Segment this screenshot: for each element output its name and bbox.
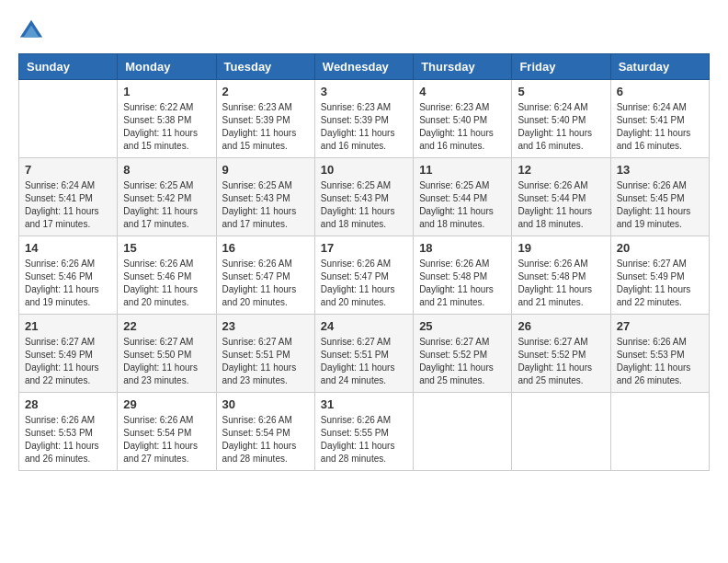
day-number: 3: [321, 85, 407, 98]
day-number: 29: [123, 397, 210, 411]
week-row-0: 1Sunrise: 6:22 AMSunset: 5:38 PMDaylight…: [19, 80, 710, 158]
day-info: Sunrise: 6:25 AMSunset: 5:43 PMDaylight:…: [222, 179, 309, 231]
weekday-header-row: SundayMondayTuesdayWednesdayThursdayFrid…: [19, 54, 710, 80]
calendar-cell: 16Sunrise: 6:26 AMSunset: 5:47 PMDayligh…: [216, 236, 314, 315]
day-number: 19: [518, 241, 604, 255]
day-info: Sunrise: 6:27 AMSunset: 5:51 PMDaylight:…: [222, 336, 309, 387]
day-info: Sunrise: 6:27 AMSunset: 5:52 PMDaylight:…: [518, 336, 604, 387]
calendar-cell: 24Sunrise: 6:27 AMSunset: 5:51 PMDayligh…: [314, 315, 413, 393]
weekday-header-saturday: Saturday: [610, 54, 709, 80]
calendar-cell: 4Sunrise: 6:23 AMSunset: 5:40 PMDaylight…: [414, 80, 512, 158]
day-info: Sunrise: 6:23 AMSunset: 5:39 PMDaylight:…: [222, 101, 309, 153]
page-header: [18, 18, 710, 44]
day-number: 2: [222, 85, 309, 98]
day-number: 15: [123, 241, 210, 255]
day-info: Sunrise: 6:26 AMSunset: 5:46 PMDaylight:…: [123, 258, 210, 309]
calendar-cell: 6Sunrise: 6:24 AMSunset: 5:41 PMDaylight…: [610, 80, 709, 158]
day-info: Sunrise: 6:27 AMSunset: 5:50 PMDaylight:…: [123, 336, 210, 387]
day-info: Sunrise: 6:26 AMSunset: 5:48 PMDaylight:…: [419, 258, 506, 309]
day-number: 25: [419, 319, 506, 333]
calendar-cell: 10Sunrise: 6:25 AMSunset: 5:43 PMDayligh…: [314, 158, 413, 236]
calendar-cell: 3Sunrise: 6:23 AMSunset: 5:39 PMDaylight…: [314, 80, 413, 158]
calendar-cell: 18Sunrise: 6:26 AMSunset: 5:48 PMDayligh…: [414, 236, 512, 315]
calendar-cell: 27Sunrise: 6:26 AMSunset: 5:53 PMDayligh…: [610, 315, 709, 393]
weekday-header-wednesday: Wednesday: [314, 54, 413, 80]
day-info: Sunrise: 6:27 AMSunset: 5:49 PMDaylight:…: [25, 336, 111, 387]
calendar-cell: 14Sunrise: 6:26 AMSunset: 5:46 PMDayligh…: [19, 236, 118, 315]
day-info: Sunrise: 6:26 AMSunset: 5:54 PMDaylight:…: [222, 414, 309, 465]
calendar-cell: 8Sunrise: 6:25 AMSunset: 5:42 PMDaylight…: [118, 158, 216, 236]
logo: [18, 18, 48, 44]
day-number: 10: [321, 163, 407, 177]
day-info: Sunrise: 6:26 AMSunset: 5:47 PMDaylight:…: [222, 258, 309, 309]
calendar-cell: [414, 393, 512, 471]
day-info: Sunrise: 6:26 AMSunset: 5:55 PMDaylight:…: [321, 414, 407, 465]
calendar-cell: 23Sunrise: 6:27 AMSunset: 5:51 PMDayligh…: [216, 315, 314, 393]
calendar-cell: 21Sunrise: 6:27 AMSunset: 5:49 PMDayligh…: [19, 315, 118, 393]
logo-icon: [18, 18, 44, 44]
weekday-header-monday: Monday: [118, 54, 216, 80]
day-info: Sunrise: 6:26 AMSunset: 5:53 PMDaylight:…: [617, 336, 703, 387]
day-info: Sunrise: 6:26 AMSunset: 5:53 PMDaylight:…: [25, 414, 111, 465]
calendar-cell: [512, 393, 610, 471]
calendar-cell: 17Sunrise: 6:26 AMSunset: 5:47 PMDayligh…: [314, 236, 413, 315]
weekday-header-tuesday: Tuesday: [216, 54, 314, 80]
week-row-1: 7Sunrise: 6:24 AMSunset: 5:41 PMDaylight…: [19, 158, 710, 236]
day-number: 7: [25, 163, 111, 177]
calendar-cell: 28Sunrise: 6:26 AMSunset: 5:53 PMDayligh…: [19, 393, 118, 471]
day-number: 21: [25, 319, 111, 333]
day-info: Sunrise: 6:24 AMSunset: 5:41 PMDaylight:…: [617, 101, 703, 153]
calendar-cell: 20Sunrise: 6:27 AMSunset: 5:49 PMDayligh…: [610, 236, 709, 315]
day-number: 4: [419, 85, 506, 98]
day-info: Sunrise: 6:27 AMSunset: 5:52 PMDaylight:…: [419, 336, 506, 387]
day-info: Sunrise: 6:26 AMSunset: 5:54 PMDaylight:…: [123, 414, 210, 465]
calendar-cell: 9Sunrise: 6:25 AMSunset: 5:43 PMDaylight…: [216, 158, 314, 236]
day-number: 13: [617, 163, 703, 177]
calendar-cell: 13Sunrise: 6:26 AMSunset: 5:45 PMDayligh…: [610, 158, 709, 236]
calendar-cell: 15Sunrise: 6:26 AMSunset: 5:46 PMDayligh…: [118, 236, 216, 315]
day-number: 26: [518, 319, 604, 333]
day-number: 23: [222, 319, 309, 333]
day-number: 30: [222, 397, 309, 411]
weekday-header-friday: Friday: [512, 54, 610, 80]
calendar-cell: 25Sunrise: 6:27 AMSunset: 5:52 PMDayligh…: [414, 315, 512, 393]
day-number: 8: [123, 163, 210, 177]
day-info: Sunrise: 6:27 AMSunset: 5:49 PMDaylight:…: [617, 258, 703, 309]
day-number: 11: [419, 163, 506, 177]
calendar-table: SundayMondayTuesdayWednesdayThursdayFrid…: [18, 53, 710, 471]
day-info: Sunrise: 6:24 AMSunset: 5:40 PMDaylight:…: [518, 101, 604, 153]
calendar-cell: 19Sunrise: 6:26 AMSunset: 5:48 PMDayligh…: [512, 236, 610, 315]
day-info: Sunrise: 6:25 AMSunset: 5:44 PMDaylight:…: [419, 179, 506, 231]
day-number: 6: [617, 85, 703, 98]
day-info: Sunrise: 6:25 AMSunset: 5:43 PMDaylight:…: [321, 179, 407, 231]
day-info: Sunrise: 6:23 AMSunset: 5:39 PMDaylight:…: [321, 101, 407, 153]
calendar-cell: 11Sunrise: 6:25 AMSunset: 5:44 PMDayligh…: [414, 158, 512, 236]
calendar-cell: 7Sunrise: 6:24 AMSunset: 5:41 PMDaylight…: [19, 158, 118, 236]
day-number: 17: [321, 241, 407, 255]
day-number: 16: [222, 241, 309, 255]
day-info: Sunrise: 6:24 AMSunset: 5:41 PMDaylight:…: [25, 179, 111, 231]
calendar-cell: 12Sunrise: 6:26 AMSunset: 5:44 PMDayligh…: [512, 158, 610, 236]
day-info: Sunrise: 6:26 AMSunset: 5:48 PMDaylight:…: [518, 258, 604, 309]
day-number: 12: [518, 163, 604, 177]
day-info: Sunrise: 6:26 AMSunset: 5:46 PMDaylight:…: [25, 258, 111, 309]
calendar-cell: [610, 393, 709, 471]
week-row-3: 21Sunrise: 6:27 AMSunset: 5:49 PMDayligh…: [19, 315, 710, 393]
day-info: Sunrise: 6:23 AMSunset: 5:40 PMDaylight:…: [419, 101, 506, 153]
day-info: Sunrise: 6:26 AMSunset: 5:45 PMDaylight:…: [617, 179, 703, 231]
calendar-cell: 1Sunrise: 6:22 AMSunset: 5:38 PMDaylight…: [118, 80, 216, 158]
day-number: 28: [25, 397, 111, 411]
day-number: 14: [25, 241, 111, 255]
day-info: Sunrise: 6:26 AMSunset: 5:44 PMDaylight:…: [518, 179, 604, 231]
day-number: 27: [617, 319, 703, 333]
weekday-header-sunday: Sunday: [19, 54, 118, 80]
weekday-header-thursday: Thursday: [414, 54, 512, 80]
day-number: 18: [419, 241, 506, 255]
calendar-cell: 26Sunrise: 6:27 AMSunset: 5:52 PMDayligh…: [512, 315, 610, 393]
day-info: Sunrise: 6:27 AMSunset: 5:51 PMDaylight:…: [321, 336, 407, 387]
day-number: 1: [123, 85, 210, 98]
day-number: 22: [123, 319, 210, 333]
calendar-cell: 31Sunrise: 6:26 AMSunset: 5:55 PMDayligh…: [314, 393, 413, 471]
week-row-2: 14Sunrise: 6:26 AMSunset: 5:46 PMDayligh…: [19, 236, 710, 315]
day-number: 20: [617, 241, 703, 255]
